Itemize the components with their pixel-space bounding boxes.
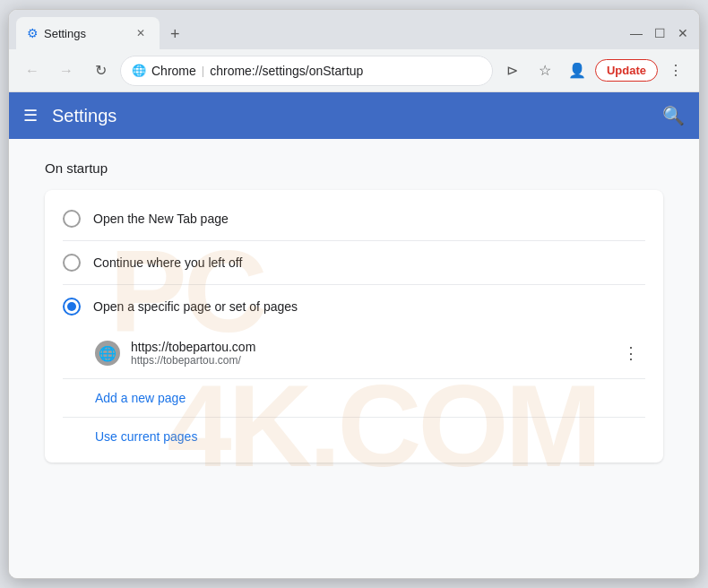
option-new-tab[interactable]: Open the New Tab page <box>45 197 663 240</box>
tab-favicon-icon: ⚙ <box>27 26 39 40</box>
section-title: On startup <box>45 160 663 176</box>
window-controls: — ☐ ✕ <box>627 24 692 42</box>
option-new-tab-label: Open the New Tab page <box>93 212 229 226</box>
bookmark-button[interactable]: ☆ <box>531 56 559 85</box>
add-new-page-link[interactable]: Add a new page <box>95 391 186 405</box>
forward-button[interactable]: → <box>52 56 81 85</box>
url-display: chrome://settings/onStartup <box>210 64 363 78</box>
update-button[interactable]: Update <box>595 59 658 82</box>
url-globe-icon: 🌐 <box>95 341 120 366</box>
main-content: PC 4K.COM On startup Open the New Tab pa… <box>9 139 699 578</box>
option-specific-label: Open a specific page or set of pages <box>93 299 298 314</box>
startup-options-card: Open the New Tab page Continue where you… <box>45 190 663 463</box>
url-more-button[interactable]: ⋮ <box>617 339 645 368</box>
address-bar[interactable]: 🌐 Chrome | chrome://settings/onStartup <box>120 56 493 86</box>
add-new-page-option[interactable]: Add a new page <box>45 379 663 417</box>
radio-continue[interactable] <box>63 254 81 272</box>
close-button[interactable]: ✕ <box>674 24 692 42</box>
use-current-pages-link[interactable]: Use current pages <box>95 429 197 444</box>
url-main-text: https://tobepartou.com <box>131 340 606 354</box>
toolbar-actions: ⊳ ☆ 👤 Update ⋮ <box>498 56 690 85</box>
settings-header-title: Settings <box>52 106 648 126</box>
maximize-button[interactable]: ☐ <box>651 24 669 42</box>
minimize-button[interactable]: — <box>627 24 645 42</box>
radio-new-tab[interactable] <box>63 210 81 228</box>
title-bar: ⚙ Settings ✕ + — ☐ ✕ <box>9 10 699 49</box>
option-continue-label: Continue where you left off <box>93 255 242 270</box>
active-tab[interactable]: ⚙ Settings ✕ <box>16 17 160 49</box>
tab-title: Settings <box>44 27 86 40</box>
refresh-button[interactable]: ↻ <box>86 56 115 85</box>
settings-search-icon[interactable]: 🔍 <box>662 105 685 126</box>
option-continue[interactable]: Continue where you left off <box>45 241 663 284</box>
toolbar: ← → ↻ 🌐 Chrome | chrome://settings/onSta… <box>9 49 699 92</box>
hamburger-menu-icon[interactable]: ☰ <box>23 106 38 125</box>
browser-window: ⚙ Settings ✕ + — ☐ ✕ ← → ↻ 🌐 Chrome | ch… <box>8 9 700 579</box>
site-globe-icon: 🌐 <box>132 64 146 77</box>
profile-button[interactable]: 👤 <box>563 56 591 85</box>
option-specific[interactable]: Open a specific page or set of pages <box>45 285 663 328</box>
cast-button[interactable]: ⊳ <box>498 56 527 85</box>
site-name: Chrome <box>151 64 196 78</box>
address-separator: | <box>202 64 204 77</box>
more-options-button[interactable]: ⋮ <box>661 56 690 85</box>
back-button[interactable]: ← <box>18 56 47 85</box>
url-sub-text: https://tobepartou.com/ <box>131 354 606 367</box>
url-entry: 🌐 https://tobepartou.com https://tobepar… <box>45 328 663 378</box>
tab-close-button[interactable]: ✕ <box>133 25 149 41</box>
url-info: https://tobepartou.com https://tobeparto… <box>131 340 606 367</box>
settings-header: ☰ Settings 🔍 <box>9 92 699 139</box>
radio-specific[interactable] <box>63 298 81 316</box>
new-tab-button[interactable]: + <box>163 22 187 48</box>
use-current-pages-option[interactable]: Use current pages <box>45 418 663 455</box>
